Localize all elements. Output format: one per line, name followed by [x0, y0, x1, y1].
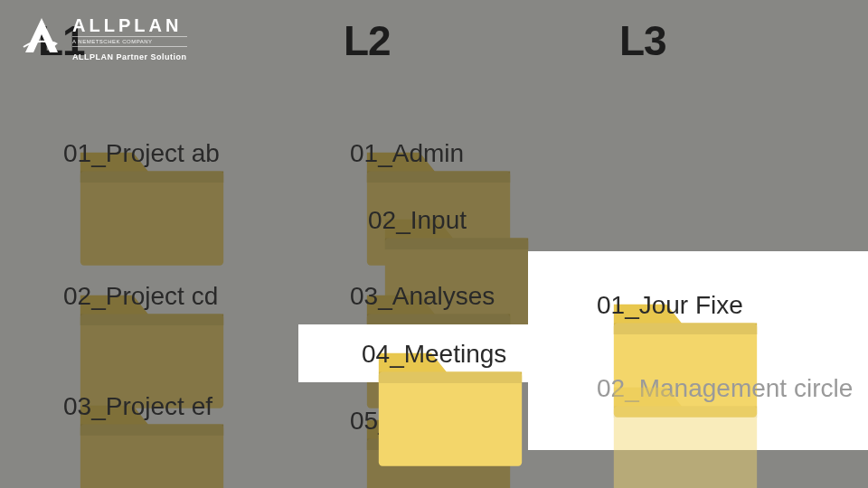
- folder-item[interactable]: 01_Admin: [303, 137, 464, 170]
- folder-item[interactable]: 02_Management circle: [550, 372, 853, 405]
- folder-icon: [321, 204, 359, 237]
- brand-logo: ALLPLAN A NEMETSCHEK COMPANY ALLPLAN Par…: [20, 16, 187, 61]
- folder-icon: [550, 372, 588, 405]
- folder-label: 03_Analyses: [350, 282, 495, 311]
- folder-label: 02_Input: [368, 206, 467, 235]
- folder-item[interactable]: 03_Analyses: [303, 280, 495, 313]
- folder-icon: [550, 289, 588, 322]
- folder-icon: [16, 280, 54, 313]
- folder-item[interactable]: 01_Project ab: [16, 137, 220, 170]
- logo-subtext: A NEMETSCHEK COMPANY: [72, 36, 187, 47]
- folder-item[interactable]: 02_Input: [321, 204, 467, 237]
- logo-partner-text: ALLPLAN Partner Solution: [72, 52, 187, 61]
- folder-item[interactable]: 01_Jour Fixe: [550, 289, 743, 322]
- folder-label: 01_Jour Fixe: [597, 291, 743, 320]
- column-header-l2: L2: [344, 16, 391, 65]
- folder-icon: [303, 280, 341, 313]
- column-header-l3: L3: [619, 16, 666, 65]
- folder-icon: [16, 137, 54, 170]
- folder-item[interactable]: 03_Project ef: [16, 390, 212, 423]
- folder-icon: [16, 390, 54, 423]
- folder-item-selected[interactable]: 04_Meetings: [315, 338, 506, 371]
- folder-icon: [315, 338, 353, 371]
- logo-mark-icon: [20, 16, 63, 54]
- folder-icon: [303, 137, 341, 170]
- folder-label: 01_Admin: [350, 139, 464, 168]
- folder-item[interactable]: 02_Project cd: [16, 280, 218, 313]
- folder-label: 04_Meetings: [362, 340, 506, 369]
- logo-brand-text: ALLPLAN: [72, 16, 187, 34]
- folder-label: 01_Project ab: [63, 139, 220, 168]
- folder-label: 03_Project ef: [63, 392, 212, 421]
- folder-label: 02_Project cd: [63, 282, 218, 311]
